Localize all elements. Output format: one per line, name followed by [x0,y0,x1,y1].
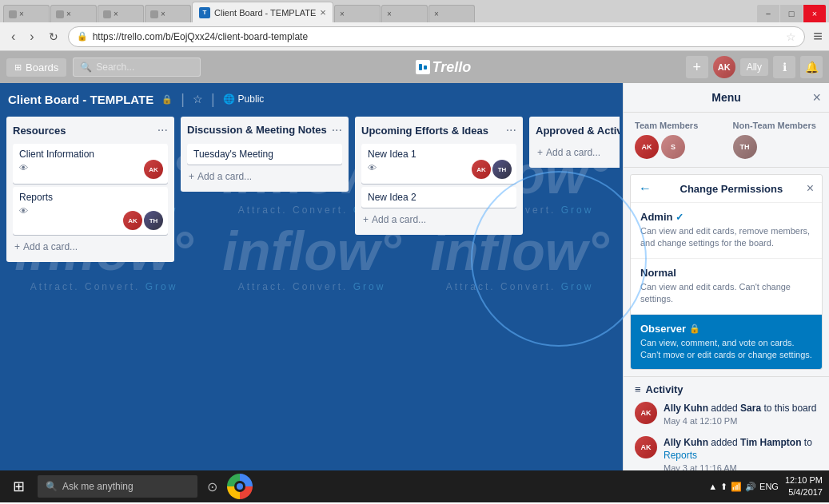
notification-button[interactable]: 🔔 [800,56,823,78]
trello-header: ⊞ Boards 🔍 Search... Trello + AK Ally ℹ … [0,51,829,83]
perm-option-observer[interactable]: Observer 🔒 Can view, comment, and vote o… [631,315,822,370]
list-menu-resources[interactable]: ··· [157,123,168,137]
user-avatar[interactable]: AK [713,56,735,78]
tab-active[interactable]: T Client Board - TEMPLATE × [192,2,333,22]
team-members-label: Team Members [635,121,720,130]
menu-close-button[interactable]: × [812,89,821,106]
activity-text-1: Ally Kuhn added Sara to this board May 4… [664,402,816,427]
team-members-col: Team Members AK S [635,121,720,159]
taskbar-search[interactable]: 🔍 Ask me anything [38,475,197,498]
activity-item-2: AK Ally Kuhn added Tim Hampton to Report… [635,436,818,470]
non-team-avatar-1[interactable]: TH [733,135,757,159]
url-input[interactable]: 🔒 https://trello.com/b/EojQxx24/client-b… [68,26,806,47]
menu-panel: Menu × Team Members AK S Non-Team Member… [623,83,829,470]
board-star-button[interactable]: ☆ [193,93,203,105]
plus-icon: + [363,214,369,225]
card-text: New Idea 1 [368,149,510,160]
perms-back-button[interactable]: ← [639,181,652,196]
tab-inactive-3[interactable]: × [98,5,144,22]
card-reports[interactable]: Reports 👁 AK TH [13,187,168,235]
card-tuesdays-meeting[interactable]: Tuesday's Meeting [187,144,342,165]
board-public-label: Public [238,93,265,105]
browser-menu-icon[interactable]: ≡ [813,27,823,46]
taskbar-chrome-icon[interactable] [227,474,253,499]
lock-icon: 🔒 [77,31,88,42]
list-menu-upcoming[interactable]: ··· [506,123,516,137]
perms-title: Change Permissions [656,183,807,195]
tab-close-icon[interactable]: × [320,6,326,18]
taskbar-cortana[interactable]: ⊙ [204,476,221,498]
activity-title: Activity [646,383,684,395]
url-text: https://trello.com/b/EojQxx24/client-boa… [93,31,308,42]
user-name-button[interactable]: Ally [740,58,768,76]
team-avatar-1[interactable]: AK [635,135,659,159]
tab-inactive-6[interactable]: × [381,5,428,22]
add-card-resources[interactable]: + Add a card... [13,238,79,256]
card-avatar-1: AK [144,160,163,179]
activity-section: ≡ Activity AK Ally Kuhn added Sara to th… [624,376,829,470]
reports-link[interactable]: Reports [664,450,697,461]
add-card-upcoming[interactable]: + Add a card... [361,211,428,228]
change-permissions-panel: ← Change Permissions × Admin ✓ Can view … [630,174,823,370]
browser-window: × × × × T Client Board - TEMPLATE × × × … [0,0,829,51]
trello-app: ⊞ Boards 🔍 Search... Trello + AK Ally ℹ … [0,51,829,470]
add-card-approved[interactable]: + Add a card... [536,144,602,161]
taskbar-search-text: Ask me anything [62,481,134,492]
plus-icon: + [14,241,20,252]
card-avatar-5: TH [492,160,512,179]
board-public-button[interactable]: 🌐 Public [223,93,265,105]
check-icon: ✓ [676,212,684,223]
perm-option-admin[interactable]: Admin ✓ Can view and edit cards, remove … [631,203,822,259]
boards-label: Boards [26,62,58,73]
taskbar-system-tray: ▲ ⬆ 📶 🔊 ENG [708,482,779,492]
admin-label: Admin [640,211,672,223]
trello-logo-icon [416,60,430,74]
list-resources: Resources ··· Client Information 👁 AK Re… [6,117,174,262]
board-title-text: Client Board - TEMPLATE [8,93,153,106]
team-avatar-2[interactable]: S [661,135,685,159]
non-team-members-col: Non-Team Members TH [733,121,819,159]
bookmark-icon[interactable]: ☆ [786,30,796,43]
observer-desc: Can view, comment, and vote on cards. Ca… [640,337,812,362]
tab-inactive-2[interactable]: × [50,5,97,22]
normal-label: Normal [640,267,676,279]
perm-option-normal[interactable]: Normal Can view and edit cards. Can't ch… [631,259,822,315]
tab-inactive-1[interactable]: × [3,5,50,22]
perms-close-button[interactable]: × [807,181,814,196]
list-menu-discussion[interactable]: ··· [332,123,342,137]
list-title-upcoming: Upcoming Efforts & Ideas [361,125,488,137]
activity-time-1: May 4 at 12:10 PM [664,415,816,427]
add-card-discussion[interactable]: + Add a card... [187,168,253,185]
board-area: inflow° Attract. Convert. Grow inflow° A… [0,83,829,470]
list-discussion: Discussion & Meeting Notes ··· Tuesday's… [181,117,349,192]
forward-button[interactable]: › [25,28,38,46]
taskbar-search-icon: 🔍 [46,481,58,492]
card-new-idea-1[interactable]: New Idea 1 👁 AK TH [361,144,516,184]
tab-inactive-4[interactable]: × [145,5,191,22]
board-header-row: Client Board - TEMPLATE 🔒 | ☆ | 🌐 Public [0,83,621,115]
search-icon: 🔍 [80,62,92,73]
reload-button[interactable]: ↻ [44,29,63,45]
boards-button[interactable]: ⊞ Boards [6,58,66,77]
card-text: New Idea 2 [368,192,510,203]
grid-icon: ⊞ [14,62,22,73]
header-right-controls: + AK Ally ℹ 🔔 [686,56,823,78]
card-new-idea-2[interactable]: New Idea 2 [361,187,516,208]
tab-inactive-5[interactable]: × [334,5,381,22]
activity-avatar-1: AK [635,402,657,424]
window-minimize[interactable]: − [757,5,779,22]
info-button[interactable]: ℹ [773,56,795,78]
window-maximize[interactable]: □ [780,5,803,22]
lists-container: Resources ··· Client Information 👁 AK Re… [6,117,620,464]
add-button[interactable]: + [686,56,708,78]
tab-inactive-7[interactable]: × [428,5,475,22]
observer-label: Observer [640,323,686,335]
activity-time-2: May 3 at 11:16 AM [664,462,818,470]
start-button[interactable]: ⊞ [6,476,31,497]
card-client-info[interactable]: Client Information 👁 AK [13,144,168,184]
window-close[interactable]: × [803,5,826,22]
back-button[interactable]: ‹ [6,28,20,46]
activity-icon: ≡ [635,383,641,395]
card-text: Reports [19,192,161,203]
header-search-box[interactable]: 🔍 Search... [73,58,201,77]
